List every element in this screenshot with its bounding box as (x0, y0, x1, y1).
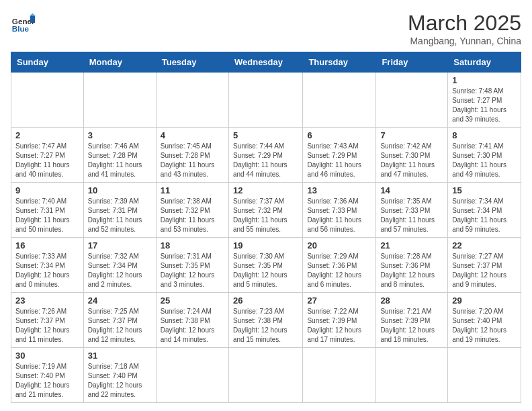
day-info: Sunrise: 7:27 AMSunset: 7:37 PMDaylight:… (452, 253, 506, 288)
calendar-row: 23 Sunrise: 7:26 AMSunset: 7:37 PMDaylig… (11, 293, 521, 348)
day-number: 12 (233, 185, 298, 195)
logo-icon: General Blue (11, 11, 35, 35)
svg-marker-3 (30, 13, 35, 16)
calendar-row: 1 Sunrise: 7:48 AMSunset: 7:27 PMDayligh… (11, 73, 521, 128)
day-cell-17: 17 Sunrise: 7:32 AMSunset: 7:34 PMDaylig… (83, 238, 156, 293)
month-title: March 2025 (408, 11, 521, 36)
day-info: Sunrise: 7:48 AMSunset: 7:27 PMDaylight:… (452, 87, 506, 123)
calendar-table: Sunday Monday Tuesday Wednesday Thursday… (11, 52, 521, 403)
calendar-row: 16 Sunrise: 7:33 AMSunset: 7:34 PMDaylig… (11, 238, 521, 293)
day-cell-4: 4 Sunrise: 7:45 AMSunset: 7:28 PMDayligh… (156, 128, 228, 183)
day-cell-null (303, 73, 376, 128)
day-cell-null (448, 348, 521, 403)
day-info: Sunrise: 7:42 AMSunset: 7:30 PMDaylight:… (380, 142, 435, 178)
day-cell-16: 16 Sunrise: 7:33 AMSunset: 7:34 PMDaylig… (11, 238, 84, 293)
day-info: Sunrise: 7:22 AMSunset: 7:39 PMDaylight:… (307, 308, 361, 343)
header-thursday: Thursday (303, 52, 376, 73)
day-number: 13 (307, 185, 371, 195)
day-cell-1: 1 Sunrise: 7:48 AMSunset: 7:27 PMDayligh… (448, 73, 521, 128)
day-cell-18: 18 Sunrise: 7:31 AMSunset: 7:35 PMDaylig… (156, 238, 228, 293)
day-number: 11 (161, 185, 224, 195)
day-info: Sunrise: 7:36 AMSunset: 7:33 PMDaylight:… (307, 197, 361, 233)
header-monday: Monday (83, 52, 156, 73)
day-cell-28: 28 Sunrise: 7:21 AMSunset: 7:39 PMDaylig… (376, 293, 448, 348)
day-number: 2 (15, 130, 79, 140)
day-cell-29: 29 Sunrise: 7:20 AMSunset: 7:40 PMDaylig… (448, 293, 521, 348)
day-cell-10: 10 Sunrise: 7:39 AMSunset: 7:31 PMDaylig… (83, 183, 156, 238)
day-number: 1 (452, 75, 517, 85)
day-cell-null (303, 348, 376, 403)
day-cell-15: 15 Sunrise: 7:34 AMSunset: 7:34 PMDaylig… (448, 183, 521, 238)
day-cell-24: 24 Sunrise: 7:25 AMSunset: 7:37 PMDaylig… (83, 293, 156, 348)
day-info: Sunrise: 7:47 AMSunset: 7:27 PMDaylight:… (15, 142, 70, 178)
day-info: Sunrise: 7:30 AMSunset: 7:35 PMDaylight:… (233, 253, 287, 288)
day-cell-null (156, 348, 228, 403)
day-cell-21: 21 Sunrise: 7:28 AMSunset: 7:36 PMDaylig… (376, 238, 448, 293)
day-info: Sunrise: 7:45 AMSunset: 7:28 PMDaylight:… (161, 142, 215, 178)
day-number: 27 (307, 295, 371, 306)
day-info: Sunrise: 7:32 AMSunset: 7:34 PMDaylight:… (88, 253, 142, 288)
day-number: 31 (88, 351, 152, 361)
day-cell-null (376, 348, 448, 403)
day-cell-7: 7 Sunrise: 7:42 AMSunset: 7:30 PMDayligh… (376, 128, 448, 183)
day-info: Sunrise: 7:39 AMSunset: 7:31 PMDaylight:… (88, 197, 142, 233)
day-info: Sunrise: 7:41 AMSunset: 7:30 PMDaylight:… (452, 142, 506, 178)
day-cell-30: 30 Sunrise: 7:19 AMSunset: 7:40 PMDaylig… (11, 348, 84, 403)
day-cell-31: 31 Sunrise: 7:18 AMSunset: 7:40 PMDaylig… (83, 348, 156, 403)
day-number: 6 (307, 130, 371, 140)
day-info: Sunrise: 7:25 AMSunset: 7:37 PMDaylight:… (88, 308, 142, 343)
day-cell-12: 12 Sunrise: 7:37 AMSunset: 7:32 PMDaylig… (228, 183, 302, 238)
day-info: Sunrise: 7:18 AMSunset: 7:40 PMDaylight:… (88, 363, 142, 398)
day-number: 16 (15, 240, 79, 250)
day-number: 18 (161, 240, 224, 250)
day-info: Sunrise: 7:21 AMSunset: 7:39 PMDaylight:… (380, 308, 435, 343)
day-info: Sunrise: 7:34 AMSunset: 7:34 PMDaylight:… (452, 197, 506, 233)
day-cell-2: 2 Sunrise: 7:47 AMSunset: 7:27 PMDayligh… (11, 128, 84, 183)
day-info: Sunrise: 7:33 AMSunset: 7:34 PMDaylight:… (15, 253, 70, 288)
logo: General Blue (11, 11, 35, 35)
day-cell-9: 9 Sunrise: 7:40 AMSunset: 7:31 PMDayligh… (11, 183, 84, 238)
location: Mangbang, Yunnan, China (408, 36, 521, 46)
day-number: 8 (452, 130, 517, 140)
day-info: Sunrise: 7:43 AMSunset: 7:29 PMDaylight:… (307, 142, 361, 178)
day-number: 10 (88, 185, 152, 195)
header-tuesday: Tuesday (156, 52, 228, 73)
day-info: Sunrise: 7:29 AMSunset: 7:36 PMDaylight:… (307, 253, 361, 288)
day-number: 14 (380, 185, 443, 195)
day-cell-13: 13 Sunrise: 7:36 AMSunset: 7:33 PMDaylig… (303, 183, 376, 238)
day-cell-25: 25 Sunrise: 7:24 AMSunset: 7:38 PMDaylig… (156, 293, 228, 348)
day-number: 17 (88, 240, 152, 250)
day-number: 21 (380, 240, 443, 250)
day-number: 7 (380, 130, 443, 140)
day-cell-19: 19 Sunrise: 7:30 AMSunset: 7:35 PMDaylig… (228, 238, 302, 293)
day-number: 4 (161, 130, 224, 140)
day-info: Sunrise: 7:37 AMSunset: 7:32 PMDaylight:… (233, 197, 287, 233)
day-info: Sunrise: 7:38 AMSunset: 7:32 PMDaylight:… (161, 197, 215, 233)
day-cell-8: 8 Sunrise: 7:41 AMSunset: 7:30 PMDayligh… (448, 128, 521, 183)
day-cell-null (11, 73, 84, 128)
svg-text:Blue: Blue (12, 24, 30, 33)
day-info: Sunrise: 7:26 AMSunset: 7:37 PMDaylight:… (15, 308, 70, 343)
day-cell-22: 22 Sunrise: 7:27 AMSunset: 7:37 PMDaylig… (448, 238, 521, 293)
day-info: Sunrise: 7:44 AMSunset: 7:29 PMDaylight:… (233, 142, 287, 178)
header-saturday: Saturday (448, 52, 521, 73)
header-wednesday: Wednesday (228, 52, 302, 73)
day-cell-null (83, 73, 156, 128)
day-number: 26 (233, 295, 298, 306)
title-block: March 2025 Mangbang, Yunnan, China (408, 11, 521, 46)
day-cell-6: 6 Sunrise: 7:43 AMSunset: 7:29 PMDayligh… (303, 128, 376, 183)
calendar-row: 9 Sunrise: 7:40 AMSunset: 7:31 PMDayligh… (11, 183, 521, 238)
page-header: General Blue March 2025 Mangbang, Yunnan… (11, 11, 521, 46)
day-number: 24 (88, 295, 152, 306)
day-number: 3 (88, 130, 152, 140)
day-number: 29 (452, 295, 517, 306)
day-cell-27: 27 Sunrise: 7:22 AMSunset: 7:39 PMDaylig… (303, 293, 376, 348)
day-cell-5: 5 Sunrise: 7:44 AMSunset: 7:29 PMDayligh… (228, 128, 302, 183)
day-info: Sunrise: 7:19 AMSunset: 7:40 PMDaylight:… (15, 363, 70, 398)
day-info: Sunrise: 7:31 AMSunset: 7:35 PMDaylight:… (161, 253, 215, 288)
day-cell-3: 3 Sunrise: 7:46 AMSunset: 7:28 PMDayligh… (83, 128, 156, 183)
day-number: 28 (380, 295, 443, 306)
calendar-row: 2 Sunrise: 7:47 AMSunset: 7:27 PMDayligh… (11, 128, 521, 183)
day-info: Sunrise: 7:28 AMSunset: 7:36 PMDaylight:… (380, 253, 435, 288)
day-number: 22 (452, 240, 517, 250)
